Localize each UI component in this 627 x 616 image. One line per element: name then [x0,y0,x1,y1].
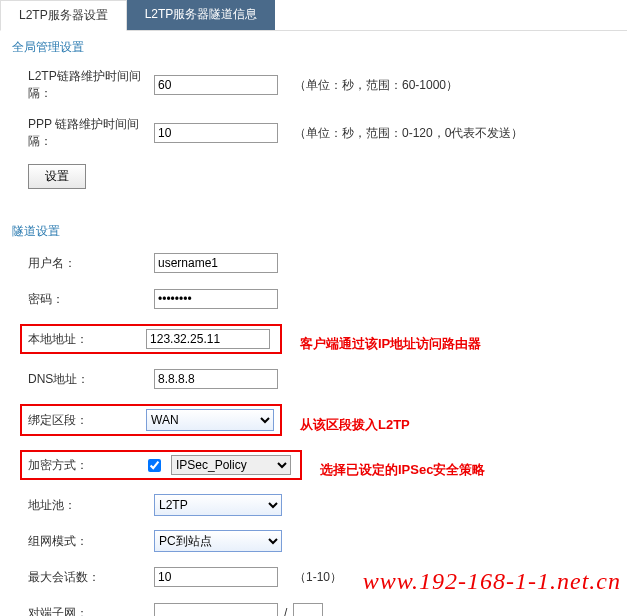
ppp-interval-label: PPP 链路维护时间间隔： [28,116,154,150]
encrypt-select[interactable]: IPSec_Policy [171,455,291,475]
dns-label: DNS地址： [28,371,154,388]
username-input[interactable] [154,253,278,273]
global-section-title: 全局管理设置 [0,31,627,64]
password-label: 密码： [28,291,154,308]
global-section: L2TP链路维护时间间隔： （单位：秒，范围：60-1000） PPP 链路维护… [0,64,627,215]
peer-subnet-label: 对端子网： [28,605,154,617]
pool-select[interactable]: L2TP [154,494,282,516]
local-addr-input[interactable] [146,329,270,349]
maxsession-note: （1-10） [294,569,342,586]
set-button[interactable]: 设置 [28,164,86,189]
netmode-label: 组网模式： [28,533,154,550]
tab-l2tp-tunnel-info[interactable]: L2TP服务器隧道信息 [127,0,276,30]
maxsession-input[interactable] [154,567,278,587]
local-addr-annotation: 客户端通过该IP地址访问路由器 [300,335,481,353]
l2tp-interval-label: L2TP链路维护时间间隔： [28,68,154,102]
l2tp-interval-input[interactable] [154,75,278,95]
l2tp-interval-note: （单位：秒，范围：60-1000） [294,77,458,94]
tunnel-section: 用户名： 密码： 本地地址： 客户端通过该IP地址访问路由器 DNS地址： 绑定… [0,248,627,616]
netmode-select[interactable]: PC到站点 [154,530,282,552]
local-addr-highlight: 本地地址： [20,324,282,354]
bind-zone-select[interactable]: WAN [146,409,274,431]
password-input[interactable] [154,289,278,309]
peer-mask-input[interactable] [293,603,323,616]
watermark-text: www.192-168-1-1.net.cn [363,568,621,595]
encrypt-checkbox[interactable] [148,459,161,472]
local-addr-label: 本地地址： [28,331,146,348]
username-label: 用户名： [28,255,154,272]
bind-zone-highlight: 绑定区段： WAN [20,404,282,436]
bind-zone-annotation: 从该区段拨入L2TP [300,416,410,434]
bind-zone-label: 绑定区段： [28,412,146,429]
tunnel-section-title: 隧道设置 [0,215,627,248]
maxsession-label: 最大会话数： [28,569,154,586]
pool-label: 地址池： [28,497,154,514]
tab-l2tp-server-settings[interactable]: L2TP服务器设置 [0,0,127,31]
ppp-interval-note: （单位：秒，范围：0-120，0代表不发送） [294,125,523,142]
encrypt-highlight: 加密方式： IPSec_Policy [20,450,302,480]
peer-subnet-input[interactable] [154,603,278,616]
encrypt-annotation: 选择已设定的IPSec安全策略 [320,461,485,479]
tabs-bar: L2TP服务器设置 L2TP服务器隧道信息 [0,0,627,31]
encrypt-label: 加密方式： [28,457,148,474]
ppp-interval-input[interactable] [154,123,278,143]
dns-input[interactable] [154,369,278,389]
slash-separator: / [284,606,287,616]
